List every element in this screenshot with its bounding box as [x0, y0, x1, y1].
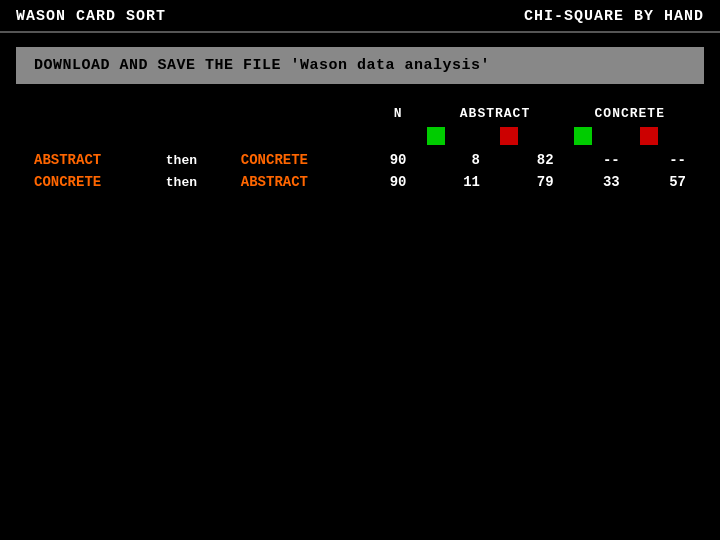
color-squares-row	[24, 125, 696, 149]
page-header: WASON CARD SORT CHI-SQUARE BY HAND	[0, 0, 720, 33]
row2-abs-red: 79	[490, 171, 564, 193]
row1-con-red: --	[630, 149, 696, 171]
row2-abs-green: 11	[417, 171, 491, 193]
row2-con-green: 33	[564, 171, 630, 193]
abstract-red-square	[490, 125, 564, 149]
row1-then: then	[156, 149, 231, 171]
abstract-red-color	[500, 127, 518, 145]
download-banner[interactable]: DOWNLOAD AND SAVE THE FILE 'Wason data a…	[16, 47, 704, 84]
row1-con-green: --	[564, 149, 630, 171]
col-n-header: N	[363, 102, 417, 125]
table-row: CONCRETE then ABSTRACT 90 11 79 33 57	[24, 171, 696, 193]
concrete-green-color	[574, 127, 592, 145]
download-banner-text: DOWNLOAD AND SAVE THE FILE 'Wason data a…	[34, 57, 490, 74]
empty-squares-left	[24, 125, 363, 149]
col-concrete-header: CONCRETE	[564, 102, 696, 125]
table-row: ABSTRACT then CONCRETE 90 8 82 -- --	[24, 149, 696, 171]
column-header-row: N ABSTRACT CONCRETE	[24, 102, 696, 125]
col-abstract-header: ABSTRACT	[417, 102, 564, 125]
main-content: N ABSTRACT CONCRETE	[16, 102, 704, 193]
row1-sequence: CONCRETE	[231, 149, 363, 171]
concrete-red-color	[640, 127, 658, 145]
data-table: N ABSTRACT CONCRETE	[24, 102, 696, 193]
row1-abs-green: 8	[417, 149, 491, 171]
row2-then: then	[156, 171, 231, 193]
empty-squares-n	[363, 125, 417, 149]
abstract-green-square	[417, 125, 491, 149]
row2-con-red: 57	[630, 171, 696, 193]
row2-label: CONCRETE	[24, 171, 156, 193]
row1-abs-red: 82	[490, 149, 564, 171]
app-title-left: WASON CARD SORT	[16, 8, 166, 25]
app-title-right: CHI-SQUARE BY HAND	[524, 8, 704, 25]
row1-n: 90	[363, 149, 417, 171]
row2-n: 90	[363, 171, 417, 193]
concrete-green-square	[564, 125, 630, 149]
empty-header-left	[24, 102, 363, 125]
row2-sequence: ABSTRACT	[231, 171, 363, 193]
abstract-green-color	[427, 127, 445, 145]
row1-label: ABSTRACT	[24, 149, 156, 171]
concrete-red-square	[630, 125, 696, 149]
